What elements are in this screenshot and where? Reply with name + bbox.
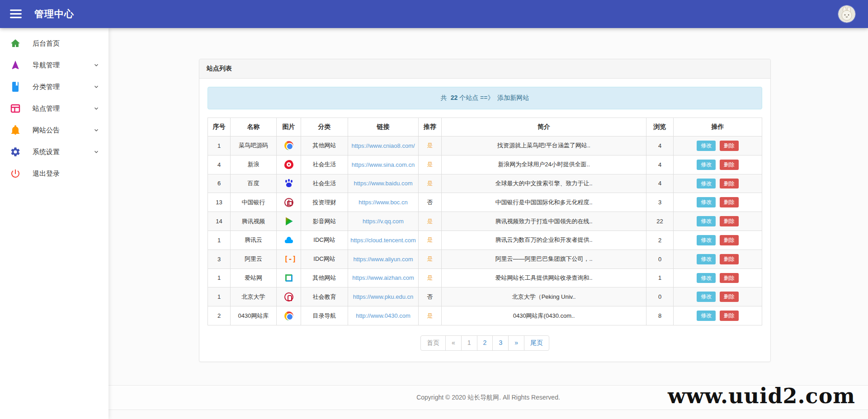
site-category: 社会生活 <box>301 174 348 193</box>
site-link[interactable]: https://cloud.tencent.com <box>350 237 416 244</box>
site-link[interactable]: https://www.baidu.com <box>354 180 412 187</box>
site-views: 0 <box>646 287 674 306</box>
site-number: 6 <box>208 174 231 193</box>
pagination-item[interactable]: 1 <box>461 335 477 351</box>
delete-button[interactable]: 删除 <box>720 311 739 321</box>
delete-button[interactable]: 删除 <box>720 254 739 264</box>
delete-button[interactable]: 删除 <box>720 160 739 170</box>
site-name: 腾讯云 <box>231 231 277 250</box>
table-row: 14 腾讯视频 影音网站 https://v.qq.com 是 腾讯视频致力于打… <box>208 212 762 231</box>
pagination-item[interactable]: « <box>445 335 462 351</box>
sidebar-item-site-management[interactable]: 站点管理 <box>0 98 108 119</box>
power-icon <box>10 168 21 179</box>
site-intro: 北京大学（Peking Univ.. <box>442 287 646 306</box>
sidebar-item-announcements[interactable]: 网站公告 <box>0 119 108 141</box>
delete-button[interactable]: 删除 <box>720 292 739 302</box>
sidebar-item-nav-management[interactable]: 导航管理 <box>0 54 108 76</box>
site-category: IDC网站 <box>301 231 348 250</box>
delete-button[interactable]: 删除 <box>720 197 739 207</box>
pagination-item[interactable]: 首页 <box>420 335 446 351</box>
qqvideo-favicon-icon <box>284 217 293 226</box>
site-views: 4 <box>646 155 674 174</box>
sidebar-item-label: 导航管理 <box>33 61 60 70</box>
menu-toggle-icon[interactable] <box>10 9 22 19</box>
pagination-item[interactable]: » <box>508 335 524 351</box>
navigation-icon <box>10 60 21 71</box>
site-views: 1 <box>646 268 674 287</box>
site-link[interactable]: https://www.boc.cn <box>359 199 407 206</box>
site-link[interactable]: https://www.aizhan.com <box>352 274 414 281</box>
site-number: 2 <box>208 306 231 325</box>
sidebar-item-dashboard[interactable]: 后台首页 <box>0 33 108 54</box>
site-name: 中国银行 <box>231 193 277 212</box>
bell-icon <box>10 125 21 136</box>
sidebar-item-label: 退出登录 <box>33 169 60 178</box>
delete-button[interactable]: 删除 <box>720 216 739 226</box>
site-category: 社会生活 <box>301 155 348 174</box>
edit-button[interactable]: 修改 <box>697 179 716 189</box>
edit-button[interactable]: 修改 <box>697 235 716 245</box>
table-row: 2 0430网站库 目录导航 http://www.0430.com 是 043… <box>208 306 762 325</box>
site-recommended: 否 <box>419 193 442 212</box>
user-avatar[interactable] <box>838 5 855 23</box>
sidebar-item-logout[interactable]: 退出登录 <box>0 163 108 184</box>
chevron-down-icon <box>93 62 99 68</box>
edit-button[interactable]: 修改 <box>697 273 716 283</box>
site-category: 其他网站 <box>301 268 348 287</box>
col-header-recommended: 推荐 <box>419 118 442 137</box>
edit-button[interactable]: 修改 <box>697 216 716 226</box>
sidebar-item-label: 网站公告 <box>33 126 60 135</box>
edit-button[interactable]: 修改 <box>697 160 716 170</box>
site-count-banner: 共22个站点 ==》 添加新网站 <box>208 87 762 109</box>
site-name: 新浪 <box>231 155 277 174</box>
site-link[interactable]: http://www.0430.com <box>356 312 410 319</box>
col-header-number: 序号 <box>208 118 231 137</box>
pagination-item[interactable]: 3 <box>492 335 509 351</box>
site-recommended: 是 <box>419 137 442 155</box>
aliyun-favicon-icon <box>284 254 293 264</box>
watermark-text: www.uuid2.com <box>668 384 855 408</box>
pku-favicon-icon <box>284 292 293 301</box>
site-recommended: 是 <box>419 174 442 193</box>
sidebar-item-settings[interactable]: 系统设置 <box>0 141 108 163</box>
edit-button[interactable]: 修改 <box>697 311 716 321</box>
site-number: 3 <box>208 250 231 268</box>
top-navbar: 管理中心 <box>0 0 868 28</box>
edit-button[interactable]: 修改 <box>697 292 716 302</box>
site-views: 4 <box>646 137 674 155</box>
sidebar-item-label: 站点管理 <box>33 104 60 113</box>
site-recommended: 是 <box>419 268 442 287</box>
site-number: 1 <box>208 268 231 287</box>
site-link[interactable]: https://v.qq.com <box>363 218 404 225</box>
pagination-item[interactable]: 2 <box>477 335 493 351</box>
site-link[interactable]: https://www.cniao8.com/ <box>351 142 415 149</box>
col-header-category: 分类 <box>301 118 348 137</box>
add-site-link[interactable]: 添加新网站 <box>497 94 529 101</box>
edit-button[interactable]: 修改 <box>697 197 716 207</box>
pagination-item[interactable]: 尾页 <box>524 335 549 351</box>
site-category: 社会教育 <box>301 287 348 306</box>
delete-button[interactable]: 删除 <box>720 273 739 283</box>
chevron-down-icon <box>93 149 99 155</box>
edit-button[interactable]: 修改 <box>697 141 716 151</box>
sidebar-item-category-management[interactable]: 分类管理 <box>0 76 108 98</box>
site-views: 22 <box>646 212 674 231</box>
site-number: 1 <box>208 287 231 306</box>
site-link[interactable]: https://www.aliyun.com <box>353 256 413 263</box>
delete-button[interactable]: 删除 <box>720 179 739 189</box>
card-title: 站点列表 <box>199 59 770 79</box>
sina-favicon-icon <box>284 160 293 169</box>
site-link[interactable]: https://www.sina.com.cn <box>352 161 415 168</box>
delete-button[interactable]: 删除 <box>720 235 739 245</box>
delete-button[interactable]: 删除 <box>720 141 739 151</box>
col-header-image: 图片 <box>277 118 301 137</box>
col-header-name: 名称 <box>231 118 277 137</box>
site-link[interactable]: https://www.pku.edu.cn <box>353 293 414 300</box>
site-recommended: 是 <box>419 155 442 174</box>
aizhan-favicon-icon <box>284 273 293 282</box>
site-number: 13 <box>208 193 231 212</box>
qcloud-favicon-icon <box>284 235 293 245</box>
site-count: 22 <box>449 94 460 101</box>
site-recommended: 是 <box>419 231 442 250</box>
edit-button[interactable]: 修改 <box>697 254 716 264</box>
